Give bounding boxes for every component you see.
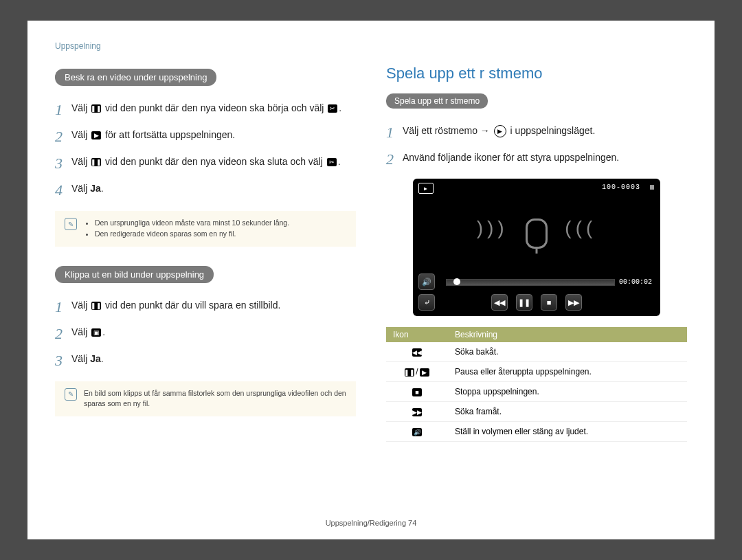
rewind-button[interactable]: ◀◀ xyxy=(491,294,508,311)
note-icon: ✎ xyxy=(65,388,77,401)
progress-track xyxy=(446,279,615,286)
step-number: 2 xyxy=(55,322,71,345)
desc-cell: Stoppa uppspelningen. xyxy=(448,382,687,402)
step-number: 4 xyxy=(55,179,71,201)
player-file-info: 100-0003 ▥ xyxy=(602,183,655,194)
step-r2: 2 Använd följande ikoner för att styra u… xyxy=(386,148,687,170)
player-center xyxy=(413,219,660,249)
step-text: Välj ▶ för att fortsätta uppspelningen. xyxy=(71,125,235,142)
play-icon: ▶ xyxy=(91,131,101,139)
note-box-2: ✎ En bild som klipps ut får samma filsto… xyxy=(55,381,356,417)
step-number: 1 xyxy=(55,295,71,318)
step-text: Välj ❚❚ vid den punkt där den nya videon… xyxy=(71,98,341,115)
pill-voice-memo: Spela upp ett r stmemo xyxy=(386,93,488,109)
manual-page: Uppspelning Besk ra en video under uppsp… xyxy=(27,21,715,539)
desc-cell: Pausa eller återuppta uppspelningen. xyxy=(448,362,687,382)
step-number: 2 xyxy=(386,148,403,170)
file-number: 100-0003 xyxy=(602,183,640,191)
play-icon: ▶ xyxy=(420,368,429,377)
transport-controls: ◀◀ ❚❚ ■ ▶▶ xyxy=(413,294,660,311)
table-row: 🔊 Ställ in volymen eller stäng av ljudet… xyxy=(386,422,687,442)
table-row: ■ Stoppa uppspelningen. xyxy=(386,382,687,402)
step-text: Välj Ja. xyxy=(71,179,104,196)
icon-cell: ◀◀ xyxy=(386,342,448,362)
step-4: 4 Välj Ja. xyxy=(55,179,356,201)
step-number: 2 xyxy=(55,125,71,148)
pause-button[interactable]: ❚❚ xyxy=(516,294,532,311)
cut-icon: ✂ xyxy=(328,104,337,113)
note-box-1: ✎ Den ursprungliga videon måste vara min… xyxy=(55,211,356,247)
progress-thumb xyxy=(453,278,460,285)
forward-icon: ▶▶ xyxy=(412,408,422,416)
left-column: Besk ra en video under uppspelning 1 Väl… xyxy=(55,65,356,442)
cut-icon: ✂ xyxy=(327,158,337,166)
pause-icon: ❚❚ xyxy=(405,368,414,377)
table-row: ◀◀ Söka bakåt. xyxy=(386,342,687,362)
step-number: 3 xyxy=(55,349,71,372)
note-list: Den ursprungliga videon måste vara minst… xyxy=(84,218,289,240)
step-2: 2 Välj ▶ för att fortsätta uppspelningen… xyxy=(55,125,356,148)
step-number: 1 xyxy=(55,98,71,121)
voice-memo-player: ▶ 100-0003 ▥ ))) ((( 00:00:02 xyxy=(413,179,660,316)
pause-icon: ❚❚ xyxy=(91,302,101,310)
step-text: Välj ▣. xyxy=(71,322,105,339)
page-footer: Uppspelning/Redigering 74 xyxy=(27,519,715,527)
icon-cell: ■ xyxy=(386,382,448,402)
icon-cell: ❚❚/▶ xyxy=(386,362,448,382)
table-row: ▶▶ Söka framåt. xyxy=(386,402,687,422)
forward-button[interactable]: ▶▶ xyxy=(565,294,582,311)
table-head-icon: Ikon xyxy=(386,327,448,342)
stop-icon: ■ xyxy=(412,388,422,396)
step-1b: 1 Välj ❚❚ vid den punkt där du vill spar… xyxy=(55,295,356,318)
step-number: 3 xyxy=(55,152,71,175)
pill-trim-video: Besk ra en video under uppspelning xyxy=(55,69,216,86)
step-text: Använd följande ikoner för att styra upp… xyxy=(403,148,619,165)
step-text: Välj Ja. xyxy=(71,349,104,366)
pill-capture-still: Klippa ut en bild under uppspelning xyxy=(55,266,214,283)
step-3: 3 Välj ❚❚ vid den punkt där den nya vide… xyxy=(55,152,356,175)
table-row: ❚❚/▶ Pausa eller återuppta uppspelningen… xyxy=(386,362,687,382)
icon-cell: ▶▶ xyxy=(386,402,448,422)
stop-button[interactable]: ■ xyxy=(541,294,557,311)
play-round-icon: ▶ xyxy=(494,125,506,137)
desc-cell: Söka bakåt. xyxy=(448,342,687,362)
step-text: Välj ❚❚ vid den punkt där du vill spara … xyxy=(71,295,280,313)
right-column: Spela upp ett r stmemo Spela upp ett r s… xyxy=(386,65,687,442)
note-item: Den ursprungliga videon måste vara minst… xyxy=(95,218,289,229)
table-head-desc: Beskrivning xyxy=(448,327,687,342)
step-text: Välj ❚❚ vid den punkt där den nya videon… xyxy=(71,152,341,169)
section-title: Spela upp ett r stmemo xyxy=(386,65,687,82)
desc-cell: Söka framåt. xyxy=(448,402,687,422)
microphone-icon xyxy=(526,219,548,249)
volume-icon: 🔊 xyxy=(412,428,422,436)
section-header: Uppspelning xyxy=(55,41,687,51)
pause-icon: ❚❚ xyxy=(91,158,101,166)
note-icon: ✎ xyxy=(65,218,77,230)
rewind-icon: ◀◀ xyxy=(412,348,422,357)
playback-mode-icon: ▶ xyxy=(418,183,434,194)
footer-page: 74 xyxy=(408,519,416,527)
icon-cell: 🔊 xyxy=(386,422,448,442)
note-text: En bild som klipps ut får samma filstorl… xyxy=(84,388,346,410)
step-2b: 2 Välj ▣. xyxy=(55,322,356,345)
camera-icon: ▣ xyxy=(91,328,101,337)
footer-text: Uppspelning/Redigering xyxy=(326,519,406,527)
progress-bar: 00:00:02 xyxy=(446,278,652,286)
step-r1: 1 Välj ett röstmemo → ▶ i uppspelningslä… xyxy=(386,121,687,144)
desc-cell: Ställ in volymen eller stäng av ljudet. xyxy=(448,422,687,442)
step-text: Välj ett röstmemo → ▶ i uppspelningsläge… xyxy=(403,121,595,138)
icon-description-table: Ikon Beskrivning ◀◀ Söka bakåt. ❚❚/▶ Pau… xyxy=(386,327,687,442)
battery-icon: ▥ xyxy=(650,183,655,191)
volume-button[interactable]: 🔊 xyxy=(418,273,435,290)
step-number: 1 xyxy=(386,121,403,144)
columns: Besk ra en video under uppspelning 1 Väl… xyxy=(55,65,687,442)
player-topbar: ▶ 100-0003 ▥ xyxy=(418,183,655,194)
step-3b: 3 Välj Ja. xyxy=(55,349,356,372)
pause-icon: ❚❚ xyxy=(91,104,101,113)
step-1: 1 Välj ❚❚ vid den punkt där den nya vide… xyxy=(55,98,356,121)
note-item: Den redigerade videon sparas som en ny f… xyxy=(95,229,289,240)
elapsed-time: 00:00:02 xyxy=(619,278,652,286)
